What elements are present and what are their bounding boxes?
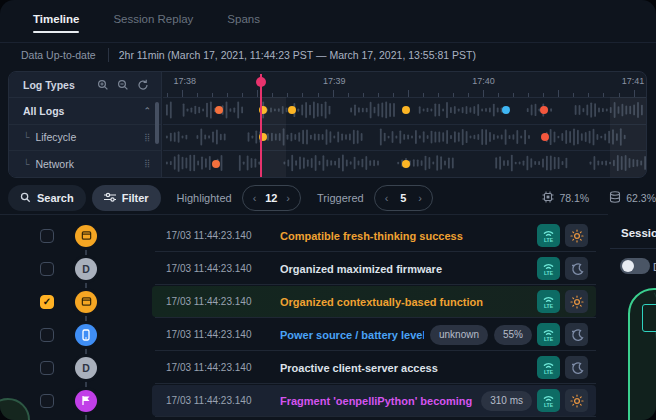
- network-lte-button[interactable]: LTE: [537, 323, 560, 346]
- filter-label: Filter: [122, 192, 149, 204]
- event-dot-yellow[interactable]: [402, 106, 410, 114]
- highlighted-value: 12: [264, 192, 278, 204]
- waveform-highlight-band: [610, 97, 647, 177]
- log-type-row-network[interactable]: └Network⣿: [9, 151, 161, 178]
- dark-mode-button[interactable]: [565, 356, 588, 379]
- child-elbow-icon: └: [23, 132, 29, 142]
- dark-mode-button[interactable]: [565, 257, 588, 280]
- highlighted-next-icon[interactable]: ›: [286, 192, 290, 204]
- ruler-tick: [257, 90, 258, 97]
- triggered-stepper[interactable]: ‹ 5 ›: [374, 185, 433, 211]
- ruler-tick: [483, 90, 484, 97]
- row-checkbox[interactable]: [40, 262, 54, 276]
- waveform-track-lifecycle[interactable]: [163, 124, 646, 152]
- ruler-time-label: 17:38: [174, 76, 197, 86]
- network-lte-button[interactable]: LTE: [537, 257, 560, 280]
- playhead-handle-icon[interactable]: [256, 77, 266, 87]
- row-timestamp: 17/03 11:44:23.140: [166, 395, 262, 406]
- row-message: Proactive client-server access: [280, 362, 532, 374]
- session-panel-title: Session: [621, 227, 656, 239]
- log-type-label: Network: [35, 158, 144, 170]
- log-types-column: Log Types All Logs⌃└Lifecycle⣿└Network⣿: [9, 72, 162, 177]
- row-timestamp: 17/03 11:44:23.140: [166, 263, 262, 274]
- light-mode-button[interactable]: [565, 389, 588, 412]
- row-timestamp: 17/03 11:44:23.140: [166, 296, 262, 307]
- tab-spans[interactable]: Spans: [227, 13, 260, 29]
- log-row[interactable]: 17/03 11:44:23.140 Fragment 'oenpelliPyt…: [0, 384, 608, 417]
- svg-text:LTE: LTE: [544, 402, 554, 408]
- triggered-label: Triggered: [317, 192, 364, 204]
- zoom-in-icon[interactable]: [93, 77, 113, 93]
- event-dot-yellow[interactable]: [288, 106, 296, 114]
- event-dot-orange[interactable]: [215, 106, 223, 114]
- search-button[interactable]: Search: [8, 185, 86, 211]
- log-types-scrollbar[interactable]: [155, 102, 159, 144]
- log-row[interactable]: 17/03 11:44:23.140 Compatible fresh-thin…: [0, 219, 608, 252]
- event-dot-orange[interactable]: [212, 160, 220, 168]
- device-screen-outline: [642, 304, 656, 332]
- filter-button[interactable]: Filter: [92, 185, 161, 211]
- log-row[interactable]: D 17/03 11:44:23.140 Organized maximized…: [0, 252, 608, 285]
- app-window: TimelineSession ReplaySpans Data Up-to-d…: [0, 0, 656, 420]
- network-lte-button[interactable]: LTE: [537, 290, 560, 313]
- row-timestamp: 17/03 11:44:23.140: [166, 329, 262, 340]
- network-lte-button[interactable]: LTE: [537, 224, 560, 247]
- event-dot-red[interactable]: [541, 133, 549, 141]
- playhead[interactable]: [260, 74, 262, 177]
- row-card[interactable]: 17/03 11:44:23.140 Power source / batter…: [152, 319, 596, 350]
- row-card[interactable]: 17/03 11:44:23.140 Proactive client-serv…: [152, 352, 596, 383]
- network-lte-button[interactable]: LTE: [537, 356, 560, 379]
- event-dot-yellow[interactable]: [402, 160, 410, 168]
- time-range-text: 2hr 11min (March 17, 2021, 11:44:23 PST …: [119, 49, 476, 61]
- row-checkbox[interactable]: [40, 394, 54, 408]
- row-checkbox[interactable]: [40, 229, 54, 243]
- row-badge-letter-icon: D: [75, 357, 97, 379]
- triggered-next-icon[interactable]: ›: [418, 192, 422, 204]
- event-dot-blue[interactable]: [502, 106, 510, 114]
- log-row[interactable]: 17/03 11:44:23.140 Power source / batter…: [0, 318, 608, 351]
- svg-text:LTE: LTE: [544, 336, 554, 342]
- waveform-area[interactable]: 17:3817:3917:4017:41: [163, 72, 646, 177]
- refresh-icon[interactable]: [133, 77, 153, 93]
- zoom-out-icon[interactable]: [113, 77, 133, 93]
- highlighted-stepper[interactable]: ‹ 12 ›: [242, 185, 301, 211]
- chevron-up-icon[interactable]: ⌃: [143, 106, 151, 116]
- row-card[interactable]: 17/03 11:44:23.140 Compatible fresh-thin…: [152, 220, 596, 251]
- row-card[interactable]: 17/03 11:44:23.140 Organized contextuall…: [152, 286, 596, 317]
- dark-mode-button[interactable]: [565, 323, 588, 346]
- light-mode-button[interactable]: [565, 224, 588, 247]
- network-lte-button[interactable]: LTE: [537, 389, 560, 412]
- row-checkbox[interactable]: ✓: [40, 295, 54, 309]
- log-type-row-all-logs[interactable]: All Logs⌃: [9, 98, 161, 125]
- row-checkbox[interactable]: [40, 361, 54, 375]
- log-type-label: All Logs: [23, 105, 143, 117]
- ruler-tick: [634, 90, 635, 97]
- timeline-panel: Log Types All Logs⌃└Lifecycle⣿└Network⣿ …: [8, 71, 647, 178]
- database-icon: [609, 191, 621, 205]
- data-uptodate-bar: Data Up-to-date 2hr 11min (March 17, 202…: [21, 43, 476, 67]
- session-toggle[interactable]: [620, 258, 650, 274]
- log-type-row-lifecycle[interactable]: └Lifecycle⣿: [9, 125, 161, 152]
- highlighted-prev-icon[interactable]: ‹: [253, 192, 257, 204]
- row-checkbox[interactable]: [40, 328, 54, 342]
- row-message: Organized maximized firmware: [280, 263, 532, 275]
- row-card[interactable]: 17/03 11:44:23.140 Fragment 'oenpelliPyt…: [152, 385, 596, 416]
- tab-session-replay[interactable]: Session Replay: [113, 13, 193, 29]
- tab-timeline[interactable]: Timeline: [33, 13, 79, 29]
- log-row[interactable]: ✓ 17/03 11:44:23.140 Organized contextua…: [0, 285, 608, 318]
- row-card[interactable]: 17/03 11:44:23.140 Organized maximized f…: [152, 253, 596, 284]
- drag-handle-icon[interactable]: ⣿: [144, 162, 151, 165]
- row-divider: [155, 416, 596, 417]
- light-mode-button[interactable]: [565, 290, 588, 313]
- log-row[interactable]: D 17/03 11:44:23.140 Proactive client-se…: [0, 351, 608, 384]
- triggered-prev-icon[interactable]: ‹: [385, 192, 389, 204]
- info-divider: [108, 48, 109, 62]
- waveform-track-network[interactable]: [163, 150, 646, 178]
- event-dot-red[interactable]: [540, 106, 548, 114]
- waveform-track-all-logs[interactable]: [163, 97, 646, 125]
- disk-value: 62.3%: [626, 192, 656, 204]
- tab-bar: TimelineSession ReplaySpans: [33, 8, 260, 34]
- cpu-meter: 78.1%: [542, 191, 589, 205]
- row-message: Organized contextually-based function: [280, 296, 532, 308]
- drag-handle-icon[interactable]: ⣿: [144, 136, 151, 139]
